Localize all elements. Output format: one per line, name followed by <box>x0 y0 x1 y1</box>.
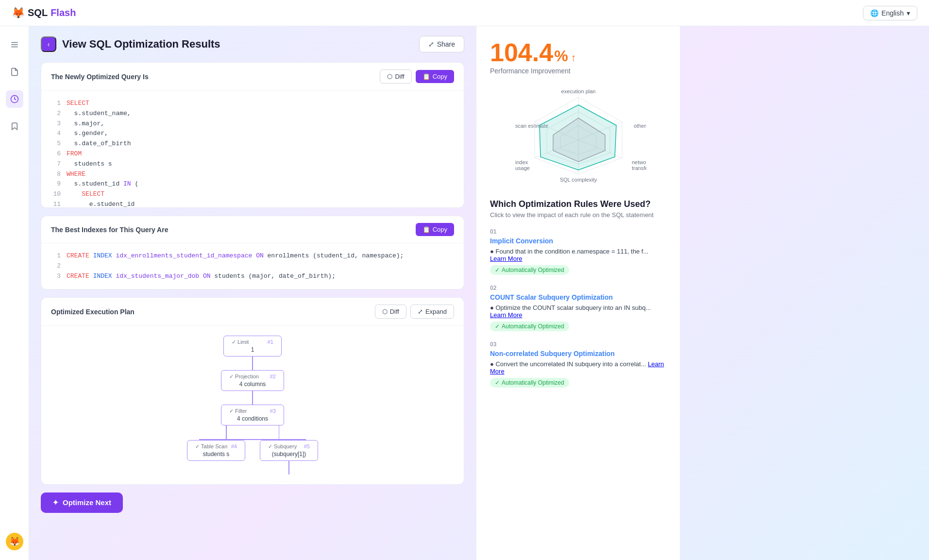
sidebar-item-document[interactable] <box>6 63 23 81</box>
plan-node-table-scan: ✓ Table Scan#4 students s <box>187 440 245 461</box>
sidebar: 🦊 <box>0 26 29 560</box>
diff-icon-2: ⬡ <box>382 308 388 315</box>
rule-name-02[interactable]: COUNT Scalar Subquery Optimization <box>490 293 666 301</box>
logo-flash: Flash <box>51 7 76 18</box>
copy-icon-2: 📋 <box>422 226 430 233</box>
copy-button-indexes[interactable]: 📋 Copy <box>416 223 454 236</box>
check-icon-01: ✓ <box>495 267 500 273</box>
optimized-query-header: The Newly Optimized Query Is ⬡ Diff 📋 Co… <box>41 63 464 91</box>
sidebar-item-bookmark[interactable] <box>6 118 23 135</box>
diff-button-plan[interactable]: ⬡ Diff <box>375 305 406 319</box>
optimized-query-card: The Newly Optimized Query Is ⬡ Diff 📋 Co… <box>41 62 464 208</box>
sidebar-item-history[interactable] <box>6 90 23 108</box>
logo: 🦊 SQLFlash <box>12 7 76 19</box>
auto-opt-badge-01: ✓ Automatically Optimized <box>490 265 569 275</box>
copy-label: Copy <box>433 73 447 80</box>
rule-item-02: 02 COUNT Scalar Subquery Optimization ● … <box>490 285 666 331</box>
optimize-next-button[interactable]: ✦ Optimize Next <box>41 492 123 513</box>
indexes-card: The Best Indexes for This Query Are 📋 Co… <box>41 216 464 289</box>
rule-desc-03: ● Convert the uncorrelated IN subquery i… <box>490 360 666 375</box>
plan-node-filter: ✓ Filter#3 4 conditions <box>221 405 284 425</box>
optimize-icon: ✦ <box>52 498 59 507</box>
chevron-down-icon: ▾ <box>907 9 910 17</box>
indexes-header: The Best Indexes for This Query Are 📋 Co… <box>41 216 464 243</box>
main-layout: 🦊 ‹ View SQL Optimization Results ⤢ Shar… <box>0 26 929 560</box>
page-header: ‹ View SQL Optimization Results ⤢ Share <box>41 36 464 52</box>
svg-text:index: index <box>515 159 528 165</box>
svg-text:usage: usage <box>515 165 530 171</box>
learn-more-01[interactable]: Learn More <box>490 255 522 262</box>
indexes-actions: 📋 Copy <box>416 223 454 236</box>
indexes-title: The Best Indexes for This Query Are <box>51 226 168 234</box>
optimized-query-title: The Newly Optimized Query Is <box>51 73 149 81</box>
learn-more-02[interactable]: Learn More <box>490 311 522 319</box>
optimize-label: Optimize Next <box>63 498 111 507</box>
svg-text:others: others <box>634 123 646 129</box>
diff-button-query[interactable]: ⬡ Diff <box>380 69 411 84</box>
navbar: 🦊 SQLFlash 🌐 English ▾ <box>0 0 929 26</box>
performance-metric: 104.4 % ↑ Performance Improvement <box>490 40 666 75</box>
rule-desc-01: ● Found that in the condition e.namespac… <box>490 248 666 262</box>
check-icon-02: ✓ <box>495 323 500 330</box>
exec-plan-header: Optimized Execution Plan ⬡ Diff ⤢ Expand <box>41 298 464 326</box>
logo-sql: SQL <box>28 7 48 18</box>
svg-text:execution plan: execution plan <box>561 88 595 94</box>
svg-text:network: network <box>632 159 646 165</box>
page-header-left: ‹ View SQL Optimization Results <box>41 36 220 52</box>
perf-arrow: ↑ <box>571 51 576 64</box>
logo-icon: 🦊 <box>12 7 25 19</box>
share-icon: ⤢ <box>428 40 434 48</box>
rule-name-03[interactable]: Non-correlated Subquery Optimization <box>490 350 666 357</box>
language-label: English <box>881 9 904 17</box>
content-area: ‹ View SQL Optimization Results ⤢ Share … <box>29 26 929 560</box>
main-content: ‹ View SQL Optimization Results ⤢ Share … <box>29 26 476 560</box>
rules-title: Which Optimization Rules Were Used? <box>490 199 666 209</box>
perf-label: Performance Improvement <box>490 67 666 75</box>
exec-plan-actions: ⬡ Diff ⤢ Expand <box>375 305 454 319</box>
right-panel: 104.4 % ↑ Performance Improvement execut… <box>476 26 680 560</box>
rules-subtitle: Click to view the impact of each rule on… <box>490 211 666 219</box>
copy-icon: 📋 <box>422 73 430 80</box>
expand-label: Expand <box>425 308 447 315</box>
plan-node-subquery: ✓ Subquery#5 (subquery[1]) <box>260 440 318 461</box>
share-button[interactable]: ⤢ Share <box>419 36 464 52</box>
back-button[interactable]: ‹ <box>41 36 56 52</box>
globe-icon: 🌐 <box>870 9 878 17</box>
exec-plan-diagram: ✓ Limit#1 1 ✓ Projection#2 4 columns ✓ F <box>41 326 464 484</box>
rule-num-02: 02 <box>490 285 666 291</box>
diff-label-2: Diff <box>390 308 399 315</box>
copy-label-2: Copy <box>433 226 447 233</box>
auto-opt-badge-03: ✓ Automatically Optimized <box>490 378 569 388</box>
page-title: View SQL Optimization Results <box>62 38 220 51</box>
rule-num-01: 01 <box>490 228 666 235</box>
share-label: Share <box>437 40 455 48</box>
plan-node-limit: ✓ Limit#1 1 <box>223 336 282 356</box>
sidebar-item-list[interactable] <box>6 36 23 53</box>
rule-item-01: 01 Implicit Conversion ● Found that in t… <box>490 228 666 275</box>
exec-plan-title: Optimized Execution Plan <box>51 308 135 316</box>
plan-node-projection: ✓ Projection#2 4 columns <box>221 370 284 391</box>
rule-num-03: 03 <box>490 341 666 348</box>
language-button[interactable]: 🌐 English ▾ <box>863 6 917 20</box>
radar-chart: execution plan others network transfer S… <box>490 86 666 184</box>
expand-button[interactable]: ⤢ Expand <box>410 305 454 319</box>
user-avatar[interactable]: 🦊 <box>6 533 23 550</box>
svg-text:SQL complexity: SQL complexity <box>559 177 597 183</box>
copy-button-query[interactable]: 📋 Copy <box>416 70 454 83</box>
optimized-query-code: 1SELECT 2 s.student_name, 3 s.major, 4 s… <box>41 91 464 207</box>
diff-label: Diff <box>395 73 404 80</box>
rule-name-01[interactable]: Implicit Conversion <box>490 237 666 245</box>
svg-text:transfer: transfer <box>632 165 646 171</box>
rule-desc-02: ● Optimize the COUNT scalar subquery int… <box>490 304 666 319</box>
rule-item-03: 03 Non-correlated Subquery Optimization … <box>490 341 666 388</box>
perf-value: 104.4 <box>490 40 553 65</box>
exec-plan-card: Optimized Execution Plan ⬡ Diff ⤢ Expand <box>41 297 464 485</box>
radar-svg: execution plan others network transfer S… <box>510 86 646 184</box>
indexes-code: 1CREATE INDEX idx_enrollments_student_id… <box>41 243 464 289</box>
optimized-query-actions: ⬡ Diff 📋 Copy <box>380 69 454 84</box>
check-icon-03: ✓ <box>495 379 500 386</box>
perf-percent: % <box>554 48 568 64</box>
expand-icon: ⤢ <box>418 308 423 315</box>
auto-opt-badge-02: ✓ Automatically Optimized <box>490 322 569 331</box>
diff-icon: ⬡ <box>387 73 392 80</box>
